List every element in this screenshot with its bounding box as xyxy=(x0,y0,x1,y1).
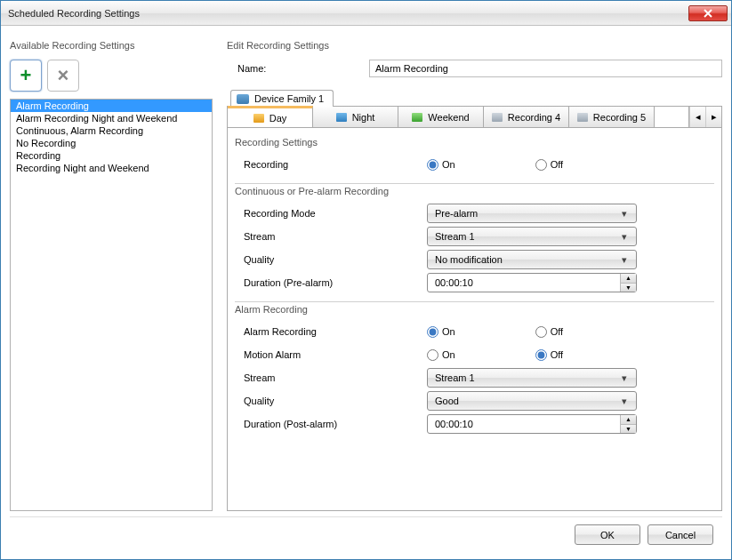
recording-row: Recording On Off xyxy=(235,153,714,176)
tabs-scroll-left[interactable]: ◂ xyxy=(689,107,705,127)
tab-recording-4[interactable]: Recording 4 xyxy=(484,107,569,127)
left-toolbar: + × xyxy=(10,60,213,92)
chevron-down-icon: ▾ xyxy=(616,254,632,266)
spinner-down[interactable]: ▼ xyxy=(621,284,636,292)
duration-pre-value: 00:00:10 xyxy=(435,277,620,288)
duration-pre-row: Duration (Pre-alarm) 00:00:10 ▲ ▼ xyxy=(235,271,714,294)
plus-icon: + xyxy=(20,66,32,85)
motion-label: Motion Alarm xyxy=(235,349,427,360)
left-column: Available Recording Settings + × Alarm R… xyxy=(10,33,213,511)
duration-pre-spinner[interactable]: 00:00:10 ▲ ▼ xyxy=(427,273,637,292)
list-item[interactable]: Alarm Recording xyxy=(11,100,212,112)
list-item[interactable]: Recording Night and Weekend xyxy=(11,162,212,174)
quality-value: No modification xyxy=(435,254,616,265)
titlebar: Scheduled Recording Settings xyxy=(1,1,731,26)
window-title: Scheduled Recording Settings xyxy=(8,8,688,19)
mode-label: Recording Mode xyxy=(235,208,427,219)
continuous-heading: Continuous or Pre-alarm Recording xyxy=(235,183,714,196)
alarm-quality-dropdown[interactable]: Good ▾ xyxy=(427,391,637,411)
recording-label: Recording xyxy=(235,159,427,170)
alarm-rec-label: Alarm Recording xyxy=(235,326,427,337)
tab-night[interactable]: Night xyxy=(313,107,398,127)
spinner-up[interactable]: ▲ xyxy=(621,415,636,425)
rec4-icon xyxy=(492,113,503,122)
tab-spacer xyxy=(655,107,689,127)
quality-label: Quality xyxy=(235,254,427,265)
duration-post-row: Duration (Post-alarm) 00:00:10 ▲ ▼ xyxy=(235,412,714,436)
chevron-down-icon: ▾ xyxy=(616,231,632,243)
alarm-heading: Alarm Recording xyxy=(235,301,714,315)
alarm-stream-value: Stream 1 xyxy=(435,372,616,383)
dialog-window: Scheduled Recording Settings Available R… xyxy=(0,0,732,560)
motion-off[interactable]: Off xyxy=(535,349,563,361)
rec5-icon xyxy=(577,113,588,122)
available-heading: Available Recording Settings xyxy=(10,40,213,51)
device-tabs: Device Family 1 xyxy=(227,90,722,107)
tab-day[interactable]: Day xyxy=(228,106,313,127)
alarm-rec-on[interactable]: On xyxy=(427,326,455,338)
alarm-quality-row: Quality Good ▾ xyxy=(235,389,714,412)
cancel-button[interactable]: Cancel xyxy=(648,524,713,545)
list-item[interactable]: Alarm Recording Night and Weekend xyxy=(11,112,212,124)
close-icon xyxy=(704,9,712,18)
quality-row: Quality No modification ▾ xyxy=(235,248,714,271)
right-column: Edit Recording Settings Name: Device Fam… xyxy=(227,33,722,511)
stream-row: Stream Stream 1 ▾ xyxy=(235,225,714,248)
alarm-rec-off[interactable]: Off xyxy=(535,326,563,338)
name-label: Name: xyxy=(227,63,369,74)
tabs-scroll-right[interactable]: ▸ xyxy=(705,107,721,127)
mode-value: Pre-alarm xyxy=(435,208,616,219)
stream-label: Stream xyxy=(235,231,427,242)
chevron-down-icon: ▾ xyxy=(616,396,632,407)
recording-settings-heading: Recording Settings xyxy=(235,133,714,148)
name-input[interactable] xyxy=(369,60,722,77)
alarm-rec-row: Alarm Recording On Off xyxy=(235,320,714,343)
ok-button[interactable]: OK xyxy=(575,524,640,545)
stream-dropdown[interactable]: Stream 1 ▾ xyxy=(427,227,637,246)
quality-dropdown[interactable]: No modification ▾ xyxy=(427,250,637,269)
alarm-stream-label: Stream xyxy=(235,372,427,383)
device-family-tab[interactable]: Device Family 1 xyxy=(230,90,334,107)
mode-dropdown[interactable]: Pre-alarm ▾ xyxy=(427,204,637,223)
recording-on[interactable]: On xyxy=(427,159,455,171)
spinner-up[interactable]: ▲ xyxy=(621,274,636,284)
delete-button[interactable]: × xyxy=(47,60,79,92)
name-row: Name: xyxy=(227,60,722,77)
edit-heading: Edit Recording Settings xyxy=(227,40,722,51)
spinner-down[interactable]: ▼ xyxy=(621,425,636,434)
chevron-right-icon: ▸ xyxy=(712,111,717,123)
chevron-down-icon: ▾ xyxy=(616,372,632,384)
close-button[interactable] xyxy=(688,5,728,21)
spinner-buttons: ▲ ▼ xyxy=(620,274,636,292)
duration-post-value: 00:00:10 xyxy=(435,419,620,429)
alarm-stream-row: Stream Stream 1 ▾ xyxy=(235,366,714,389)
list-item[interactable]: No Recording xyxy=(11,137,212,149)
alarm-rec-radio-group: On Off xyxy=(427,326,563,338)
motion-on[interactable]: On xyxy=(427,349,455,361)
tab-recording-5[interactable]: Recording 5 xyxy=(569,107,655,127)
spinner-buttons: ▲ ▼ xyxy=(620,415,636,433)
device-tab-label: Device Family 1 xyxy=(254,93,324,104)
x-icon: × xyxy=(58,66,69,85)
main-area: Available Recording Settings + × Alarm R… xyxy=(10,33,722,511)
duration-pre-label: Duration (Pre-alarm) xyxy=(235,277,427,288)
motion-row: Motion Alarm On Off xyxy=(235,343,714,366)
tab-weekend[interactable]: Weekend xyxy=(398,107,484,127)
weekend-icon xyxy=(412,113,422,122)
recording-off[interactable]: Off xyxy=(535,159,563,171)
duration-post-spinner[interactable]: 00:00:10 ▲ ▼ xyxy=(427,414,637,434)
alarm-stream-dropdown[interactable]: Stream 1 ▾ xyxy=(427,368,637,388)
dialog-footer: OK Cancel xyxy=(10,516,722,552)
mode-row: Recording Mode Pre-alarm ▾ xyxy=(235,202,714,225)
alarm-quality-value: Good xyxy=(435,396,616,406)
duration-post-label: Duration (Post-alarm) xyxy=(235,419,427,429)
stream-value: Stream 1 xyxy=(435,231,616,242)
device-icon xyxy=(237,94,249,104)
list-item[interactable]: Recording xyxy=(11,149,212,162)
day-icon xyxy=(253,114,264,123)
list-item[interactable]: Continuous, Alarm Recording xyxy=(11,124,212,137)
night-icon xyxy=(336,113,347,122)
client-area: Available Recording Settings + × Alarm R… xyxy=(1,26,731,559)
add-button[interactable]: + xyxy=(10,60,42,92)
settings-listbox[interactable]: Alarm Recording Alarm Recording Night an… xyxy=(10,99,213,511)
